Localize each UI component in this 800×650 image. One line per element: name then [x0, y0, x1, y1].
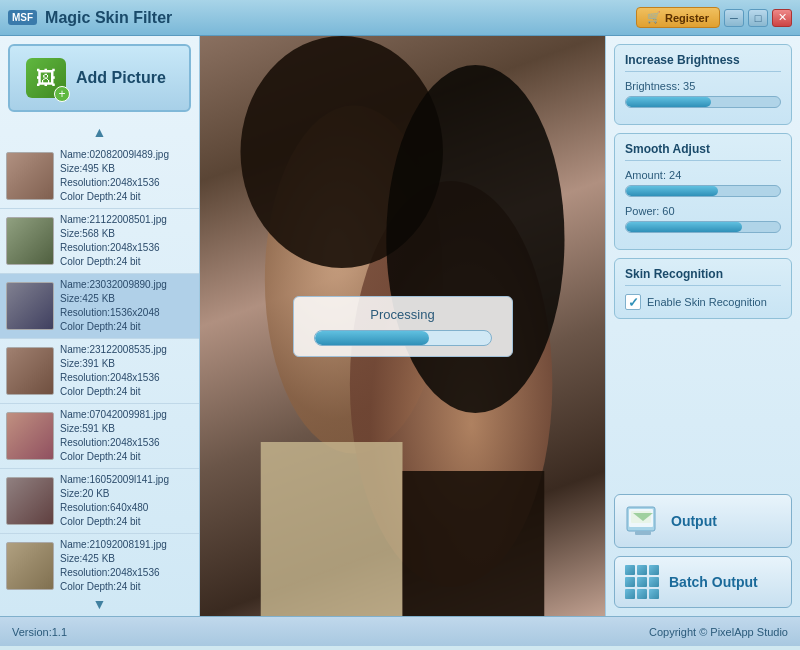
- progress-bar-fill: [315, 331, 429, 345]
- brightness-title: Increase Brightness: [625, 53, 781, 72]
- batch-output-button[interactable]: Batch Output: [614, 556, 792, 608]
- list-item[interactable]: Name:02082009l489.jpg Size:495 KB Resolu…: [0, 144, 199, 209]
- list-item[interactable]: Name:21122008501.jpg Size:568 KB Resolut…: [0, 209, 199, 274]
- skin-recognition-section: Skin Recognition ✓ Enable Skin Recogniti…: [614, 258, 792, 319]
- minimize-button[interactable]: ─: [724, 9, 744, 27]
- brightness-slider[interactable]: [625, 96, 781, 108]
- skin-recognition-title: Skin Recognition: [625, 267, 781, 286]
- smooth-section: Smooth Adjust Amount: 24 Power: 60: [614, 133, 792, 250]
- image-thumbnail: [6, 152, 54, 200]
- smooth-title: Smooth Adjust: [625, 142, 781, 161]
- list-item[interactable]: Name:23122008535.jpg Size:391 KB Resolut…: [0, 339, 199, 404]
- brightness-fill: [626, 97, 711, 107]
- svg-rect-10: [635, 531, 651, 535]
- power-slider[interactable]: [625, 221, 781, 233]
- output-icon: [625, 503, 661, 539]
- main-container: 🖼 Add Picture ▲ Name:02082009l489.jpg Si…: [0, 36, 800, 616]
- skin-recognition-checkbox[interactable]: ✓: [625, 294, 641, 310]
- batch-output-icon: [625, 565, 659, 599]
- image-thumbnail: [6, 347, 54, 395]
- app-logo: MSF: [8, 10, 37, 25]
- image-info: Name:21122008501.jpg Size:568 KB Resolut…: [60, 213, 167, 269]
- maximize-button[interactable]: □: [748, 9, 768, 27]
- image-thumbnail: [6, 412, 54, 460]
- image-list: Name:02082009l489.jpg Size:495 KB Resolu…: [0, 144, 199, 592]
- image-thumbnail: [6, 477, 54, 525]
- version-text: Version:1.1: [12, 626, 67, 638]
- center-image-area: Processing: [200, 36, 605, 616]
- image-info: Name:16052009l141.jpg Size:20 KB Resolut…: [60, 473, 169, 529]
- image-info: Name:23122008535.jpg Size:391 KB Resolut…: [60, 343, 167, 399]
- image-info: Name:21092008191.jpg Size:425 KB Resolut…: [60, 538, 167, 592]
- add-picture-label: Add Picture: [76, 69, 166, 87]
- add-picture-icon: 🖼: [26, 58, 66, 98]
- status-bar: Version:1.1 Copyright © PixelApp Studio: [0, 616, 800, 646]
- image-info: Name:02082009l489.jpg Size:495 KB Resolu…: [60, 148, 169, 204]
- batch-output-label: Batch Output: [669, 574, 758, 590]
- output-label: Output: [671, 513, 717, 529]
- output-button[interactable]: Output: [614, 494, 792, 548]
- enable-skin-recognition-row: ✓ Enable Skin Recognition: [625, 294, 781, 310]
- add-picture-button[interactable]: 🖼 Add Picture: [8, 44, 191, 112]
- power-label: Power: 60: [625, 205, 781, 217]
- list-item[interactable]: Name:23032009890.jpg Size:425 KB Resolut…: [0, 274, 199, 339]
- processing-text: Processing: [314, 307, 492, 322]
- svg-rect-5: [403, 471, 545, 616]
- image-thumbnail: [6, 282, 54, 330]
- svg-rect-4: [261, 442, 403, 616]
- left-panel: 🖼 Add Picture ▲ Name:02082009l489.jpg Si…: [0, 36, 200, 616]
- scroll-up-arrow[interactable]: ▲: [0, 120, 199, 144]
- power-fill: [626, 222, 742, 232]
- close-button[interactable]: ✕: [772, 9, 792, 27]
- title-bar: MSF Magic Skin Filter 🛒 Register ─ □ ✕: [0, 0, 800, 36]
- list-item[interactable]: Name:16052009l141.jpg Size:20 KB Resolut…: [0, 469, 199, 534]
- amount-slider[interactable]: [625, 185, 781, 197]
- copyright-text: Copyright © PixelApp Studio: [649, 626, 788, 638]
- window-controls: 🛒 Register ─ □ ✕: [636, 7, 792, 28]
- image-thumbnail: [6, 217, 54, 265]
- brightness-section: Increase Brightness Brightness: 35: [614, 44, 792, 125]
- list-item[interactable]: Name:07042009981.jpg Size:591 KB Resolut…: [0, 404, 199, 469]
- progress-bar-container: [314, 330, 492, 346]
- image-info: Name:23032009890.jpg Size:425 KB Resolut…: [60, 278, 167, 334]
- amount-fill: [626, 186, 718, 196]
- app-title: Magic Skin Filter: [45, 9, 636, 27]
- scroll-down-arrow[interactable]: ▼: [0, 592, 199, 616]
- image-thumbnail: [6, 542, 54, 590]
- right-panel: Increase Brightness Brightness: 35 Smoot…: [605, 36, 800, 616]
- svg-point-3: [386, 65, 564, 413]
- skin-recognition-label: Enable Skin Recognition: [647, 296, 767, 308]
- register-button[interactable]: 🛒 Register: [636, 7, 720, 28]
- brightness-label: Brightness: 35: [625, 80, 781, 92]
- processing-dialog: Processing: [293, 296, 513, 357]
- amount-label: Amount: 24: [625, 169, 781, 181]
- image-info: Name:07042009981.jpg Size:591 KB Resolut…: [60, 408, 167, 464]
- cart-icon: 🛒: [647, 11, 661, 24]
- list-item[interactable]: Name:21092008191.jpg Size:425 KB Resolut…: [0, 534, 199, 592]
